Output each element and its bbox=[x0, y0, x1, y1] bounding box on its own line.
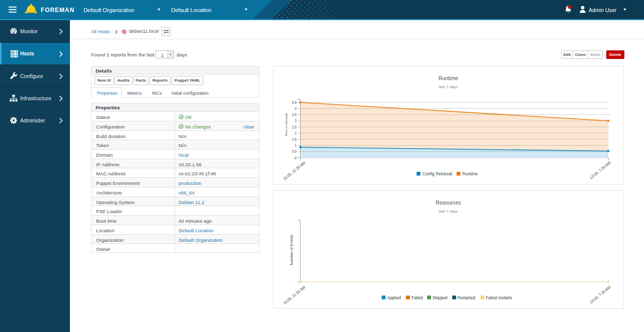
svg-text:Applied: Applied bbox=[387, 296, 401, 300]
svg-text:Time in Seconds: Time in Seconds bbox=[284, 113, 288, 137]
svg-text:Failed: Failed bbox=[412, 296, 423, 300]
svg-text:3: 3 bbox=[295, 119, 297, 123]
svg-text:Restarted: Restarted bbox=[457, 296, 475, 300]
svg-text:1.5: 1.5 bbox=[292, 138, 297, 141]
svg-text:Number of Events: Number of Events bbox=[289, 234, 294, 265]
svg-text:12/16, 7:20 AM: 12/16, 7:20 AM bbox=[589, 285, 611, 305]
svg-text:Resources: Resources bbox=[436, 200, 461, 206]
svg-text:11/25, 11:20 AM: 11/25, 11:20 AM bbox=[282, 161, 306, 181]
svg-text:0.5: 0.5 bbox=[292, 150, 297, 154]
svg-text:Config Retrieval: Config Retrieval bbox=[423, 172, 452, 176]
svg-text:Runtime: Runtime bbox=[438, 75, 458, 81]
svg-text:Skipped: Skipped bbox=[433, 296, 448, 300]
svg-text:Runtime: Runtime bbox=[462, 172, 478, 176]
svg-text:1: 1 bbox=[295, 144, 297, 147]
svg-text:4: 4 bbox=[295, 107, 297, 110]
svg-text:0: 0 bbox=[295, 156, 297, 160]
svg-text:2.5: 2.5 bbox=[292, 125, 297, 129]
svg-text:11/25, 11:20 AM: 11/25, 11:20 AM bbox=[282, 285, 306, 306]
svg-text:last 7 days: last 7 days bbox=[439, 85, 458, 89]
svg-text:Failed restarts: Failed restarts bbox=[486, 296, 512, 300]
svg-text:2: 2 bbox=[295, 131, 297, 135]
svg-text:last 7 days: last 7 days bbox=[439, 209, 458, 214]
svg-text:4.5: 4.5 bbox=[292, 101, 297, 104]
svg-text:3.5: 3.5 bbox=[292, 113, 297, 116]
svg-text:12/16, 7:20 AM: 12/16, 7:20 AM bbox=[589, 161, 611, 180]
